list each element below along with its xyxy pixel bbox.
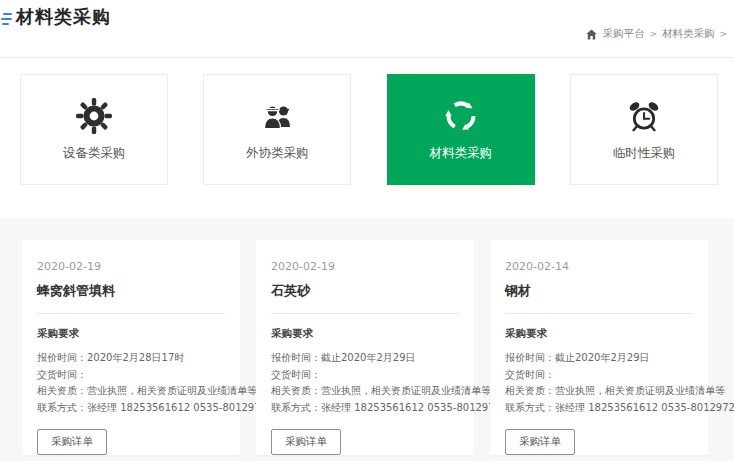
- detail-button[interactable]: 采购详单: [271, 429, 341, 455]
- home-icon: [586, 29, 597, 40]
- gear-icon: [74, 97, 114, 135]
- listing-card[interactable]: 2020-02-19 石英砂 采购要求 报价时间：截止2020年2月29日 交货…: [256, 240, 474, 455]
- breadcrumb-separator: >: [649, 29, 657, 39]
- quote-time-line: 报价时间：截止2020年2月29日: [271, 350, 459, 367]
- category-section: 设备类采购 外协类采购: [0, 58, 734, 218]
- quote-time-line: 报价时间：2020年2月28日17时: [37, 350, 225, 367]
- delivery-time-line: 交货时间：: [271, 367, 459, 384]
- divider: [271, 313, 459, 314]
- page-title: 材料类采购: [16, 5, 111, 29]
- breadcrumb-current[interactable]: 材料类采购: [662, 27, 715, 41]
- breadcrumb-trailing-separator: >: [719, 29, 727, 39]
- category-card-materials[interactable]: 材料类采购: [387, 74, 535, 185]
- category-card-equipment[interactable]: 设备类采购: [20, 74, 168, 185]
- quote-time-line: 报价时间：截止2020年2月29日: [505, 350, 693, 367]
- category-label: 材料类采购: [429, 145, 492, 162]
- workers-icon: [257, 97, 297, 135]
- detail-button[interactable]: 采购详单: [505, 429, 575, 455]
- qualification-line: 相关资质：营业执照，相关资质证明及业绩清单等: [271, 383, 459, 400]
- listing-date: 2020-02-14: [505, 260, 693, 273]
- requirements-heading: 采购要求: [505, 327, 693, 341]
- listing-card[interactable]: 2020-02-14 钢材 采购要求 报价时间：截止2020年2月29日 交货时…: [490, 240, 708, 455]
- breadcrumb-home[interactable]: 采购平台: [602, 27, 644, 41]
- qualification-line: 相关资质：营业执照，相关资质证明及业绩清单等: [505, 383, 693, 400]
- contact-line: 联系方式：张经理 18253561612 0535-8012972: [505, 400, 693, 417]
- contact-line: 联系方式：张经理 18253561612 0535-8012972: [271, 400, 459, 417]
- listing-title: 石英砂: [271, 282, 459, 300]
- listing-title: 钢材: [505, 282, 693, 300]
- requirements-heading: 采购要求: [271, 327, 459, 341]
- category-card-outsourcing[interactable]: 外协类采购: [203, 74, 351, 185]
- listing-date: 2020-02-19: [37, 260, 225, 273]
- divider: [37, 313, 225, 314]
- category-card-temporary[interactable]: 临时性采购: [570, 74, 718, 185]
- recycle-icon: [440, 97, 482, 135]
- qualification-line: 相关资质：营业执照，相关资质证明及业绩清单等: [37, 383, 225, 400]
- listing-card[interactable]: 2020-02-19 蜂窝斜管填料 采购要求 报价时间：2020年2月28日17…: [22, 240, 240, 455]
- page-header: 材料类采购 采购平台 > 材料类采购 >: [0, 0, 734, 58]
- listing-section: 2020-02-19 蜂窝斜管填料 采购要求 报价时间：2020年2月28日17…: [0, 218, 734, 461]
- detail-button[interactable]: 采购详单: [37, 429, 107, 455]
- alarm-clock-icon: [624, 97, 664, 135]
- listing-title: 蜂窝斜管填料: [37, 282, 225, 300]
- delivery-time-line: 交货时间：: [37, 367, 225, 384]
- contact-line: 联系方式：张经理 18253561612 0535-8012972: [37, 400, 225, 417]
- requirements-heading: 采购要求: [37, 327, 225, 341]
- listing-date: 2020-02-19: [271, 260, 459, 273]
- category-label: 临时性采购: [613, 145, 676, 162]
- breadcrumb: 采购平台 > 材料类采购 >: [586, 27, 727, 41]
- category-label: 外协类采购: [246, 145, 309, 162]
- divider: [505, 313, 693, 314]
- delivery-time-line: 交货时间：: [505, 367, 693, 384]
- title-lines-icon: [1, 13, 12, 25]
- category-label: 设备类采购: [63, 145, 126, 162]
